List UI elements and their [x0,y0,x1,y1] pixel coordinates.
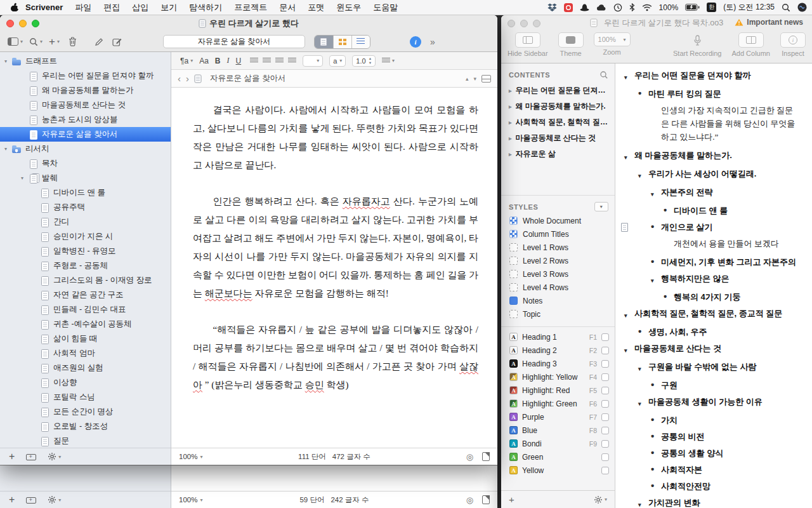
binder-item[interactable]: 이상향 [0,375,171,390]
binder-item[interactable]: 사회적 엄마 [0,346,171,361]
outline-row[interactable]: • 사회적자본 [615,462,812,478]
binder-item[interactable]: 디바이드 앤 룰 [0,185,171,200]
disclosure-triangle-icon[interactable]: ▸ [509,151,512,157]
search-button[interactable]: ▾ [29,37,43,46]
style-item[interactable]: Level 2 Rows [501,254,615,267]
styles-dropdown-button[interactable]: ▼ [594,202,608,211]
outline-row[interactable]: • 디바이드 앤 룰 [615,203,812,219]
bold-button[interactable]: B [215,57,221,65]
typewriter-scroll-icon[interactable]: ◎ [466,452,473,462]
outline-row[interactable]: ▾ 마을공동체 생활이 가능한 이유 [615,394,812,412]
previous-document-button[interactable]: ▴ [466,76,469,82]
underline-button[interactable]: U [236,57,242,65]
outline-row[interactable]: • 행복의 4가지 기둥 [615,289,812,305]
row-marker-icon[interactable]: ▾ [624,308,634,321]
row-marker-icon[interactable]: ▾ [624,150,634,163]
outline-row[interactable]: ▾ 마을공동체로 산다는 것 [615,340,812,359]
hide-sidebar-button[interactable]: Hide Sidebar [508,32,548,57]
add-document-button[interactable]: + [9,451,15,462]
style-checkbox[interactable] [601,360,609,368]
menu-app-name[interactable]: Scrivener [25,3,63,12]
disclosure-triangle-icon[interactable]: ▸ [509,104,512,110]
row-marker-icon[interactable]: ▾ [638,396,648,410]
binder-item[interactable]: 포틸락 스님 [0,390,171,404]
time-machine-icon[interactable] [613,3,622,12]
binder-item[interactable]: 민들레 - 김민수 대표 [0,302,171,317]
wifi-icon[interactable] [642,4,652,11]
alert-badge[interactable]: Important news [735,18,803,27]
row-marker-icon[interactable]: • [664,291,674,302]
binder-item[interactable]: 애즈원의 실험 [0,361,171,375]
style-checkbox[interactable] [601,440,609,448]
row-marker-icon[interactable]: • [651,431,661,441]
outline-row[interactable]: ▾ 왜 마을공동체를 말하는가. [615,147,812,166]
named-style-item[interactable]: A Heading 2 F2 [501,344,615,357]
style-item[interactable]: Level 1 Rows [501,241,615,254]
row-marker-icon[interactable]: • [638,326,648,337]
named-style-item[interactable]: A Yellow [501,464,615,477]
menu-format[interactable]: 포맷 [308,2,324,13]
add-folder-button[interactable] [26,496,36,504]
contents-item[interactable]: ▸ 마을공동체로 산다는 것 [501,130,615,146]
row-marker-icon[interactable]: ▾ [638,361,648,375]
add-document-button[interactable]: + [9,495,15,505]
binder-item[interactable]: 승민이가 지은 시 [0,229,171,244]
row-marker-icon[interactable]: • [651,415,661,425]
list-dropdown[interactable]: ▾ [382,58,395,64]
disclosure-triangle-icon[interactable]: ▸ [509,88,512,94]
row-marker-icon[interactable]: ▾ [624,343,634,356]
inspect-button[interactable]: i Inspect [780,32,806,57]
style-dropdown[interactable]: ¶a▾ [180,57,193,65]
quick-reference-icon[interactable] [482,452,490,461]
row-marker-icon[interactable]: • [638,88,648,98]
back-button[interactable]: ‹ [178,74,181,83]
next-document-button[interactable]: ▾ [473,76,476,82]
outline-row[interactable]: ▾ 우리가 사는 세상이 어떻길래. [615,166,812,184]
outline-row[interactable]: • 개인으로 살기 [615,219,812,236]
search-icon[interactable] [599,70,608,79]
outline-row[interactable]: • 사회적안전망 [615,478,812,495]
row-marker-icon[interactable]: ▾ [651,187,661,200]
binder-item[interactable]: ▾ 드래프트 [0,54,171,69]
style-checkbox[interactable] [601,333,609,341]
menu-insert[interactable]: 삽입 [132,2,148,13]
outline-row[interactable]: ▾ 구원을 바랄 수밖에 없는 사람 [615,359,812,377]
binder-item[interactable]: 귀촌 -예수살이 공동체 [0,317,171,331]
style-item[interactable]: Topic [501,307,615,321]
disclosure-triangle-icon[interactable]: ▾ [2,146,10,152]
dropbox-icon[interactable] [547,3,557,11]
outline-row[interactable]: 개천에서 용을 만들어 보겠다 [615,236,812,254]
row-marker-icon[interactable]: • [664,205,674,215]
outline-row[interactable]: • 공통의 비전 [615,429,812,445]
quick-reference-icon[interactable] [482,495,490,504]
split-editor-button[interactable] [481,75,491,83]
binder-item[interactable]: 오로빌 - 창조성 [0,419,171,434]
close-button[interactable] [6,20,14,27]
binder-item[interactable]: 마을공동체로 산다는 것 [0,98,171,112]
zoom-dropdown[interactable]: 100% ▾ [179,496,202,504]
outline-row[interactable]: • 생명, 사회, 우주 [615,324,812,340]
start-recording-button[interactable]: Start Recording [673,32,721,57]
style-checkbox[interactable] [601,427,609,434]
outline-row[interactable]: • 공통의 생활 양식 [615,445,812,462]
document-title-field[interactable]: 자유로운 삶을 찾아서 [163,35,305,48]
hat-app-icon[interactable] [580,3,589,11]
annotate-button[interactable] [95,37,103,46]
outline-row[interactable]: 인생의 가장 지속적이고 긴급한 질문은 다른 사람들을 위해 당신이 무엇을 … [615,102,812,147]
zoom-button[interactable] [533,20,540,27]
italic-button[interactable]: I [227,56,230,65]
menu-navigate[interactable]: 탐색하기 [189,2,222,13]
menu-help[interactable]: 도움말 [373,2,398,13]
battery-icon[interactable] [685,4,700,11]
named-style-item[interactable]: A Highlight: Red F5 [501,384,615,397]
minimize-button[interactable] [520,20,528,27]
row-marker-icon[interactable]: • [651,380,661,390]
named-style-item[interactable]: A Green [501,450,615,464]
inspector-button[interactable]: i [410,36,421,48]
contents-item[interactable]: ▸ 자유로운 삶 [501,146,615,162]
zoom-dropdown[interactable]: 100% ▾ [179,453,202,460]
align-left-icon[interactable] [250,58,258,64]
cloud-icon[interactable] [596,4,606,11]
binder-item[interactable]: ▾ 리서치 [0,142,171,156]
row-marker-icon[interactable]: ▾ [638,168,648,182]
